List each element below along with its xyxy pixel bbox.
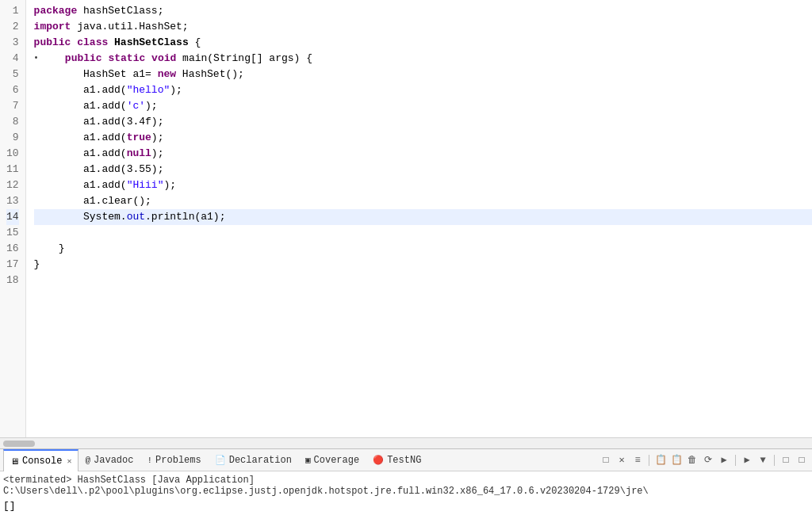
refresh-btn[interactable]: ⟳ [701, 453, 715, 467]
console-terminated-text: <terminated> HashSetClass [Java Applicat… [3, 473, 809, 498]
fullscreen-btn[interactable]: □ [795, 453, 809, 467]
code-line-18 [34, 273, 812, 288]
code-token [108, 35, 114, 51]
code-token: ); [145, 98, 158, 114]
tab-console[interactable]: 🖥Console✕ [3, 449, 79, 471]
console-result-text: [] [3, 498, 809, 513]
line-number-16: 16 [6, 241, 19, 257]
sep1 [649, 455, 649, 466]
code-token: static [108, 51, 145, 67]
sep2 [735, 455, 736, 466]
line-number-18: 18 [6, 273, 19, 288]
copy-btn[interactable]: 📋 [653, 453, 668, 467]
clear-btn[interactable]: 🗑 [685, 453, 699, 467]
coverage-tab-icon: ▣ [305, 455, 311, 465]
code-token: a1.add( [34, 146, 127, 162]
console-tab-label: Console [22, 456, 62, 467]
code-token: "Hiii" [127, 177, 164, 193]
code-token: hashSetClass; [77, 3, 163, 19]
console-output[interactable]: <terminated> HashSetClass [Java Applicat… [0, 471, 812, 515]
testng-tab-icon: 🔴 [373, 455, 384, 465]
horizontal-scrollbar[interactable] [0, 437, 812, 448]
code-token: import [34, 19, 71, 35]
play-btn[interactable]: ▶ [740, 453, 754, 467]
code-token: a1.add( [34, 177, 127, 193]
line-number-1: 1 [6, 3, 19, 19]
code-token: a1.clear(); [34, 193, 151, 209]
code-token: ); [170, 82, 182, 98]
line-number-6: 6 [6, 82, 19, 98]
run-btn[interactable]: ▶ [717, 453, 731, 467]
line-number-17: 17 [6, 257, 19, 273]
code-token: package [34, 3, 78, 19]
dropdown-btn[interactable]: ▼ [756, 453, 770, 467]
breakpoint-marker: • [34, 51, 39, 67]
code-token: a1.add( [34, 98, 127, 114]
code-token: public [34, 35, 71, 51]
code-token: class [77, 35, 108, 51]
tab-coverage[interactable]: ▣Coverage [299, 449, 366, 471]
code-line-4: • public static void main(String[] args)… [34, 51, 812, 67]
code-token: null [127, 146, 151, 162]
line-number-2: 2 [6, 19, 19, 35]
minimize-btn[interactable]: □ [599, 453, 613, 467]
line-number-13: 13 [6, 193, 19, 209]
code-token: } [34, 257, 40, 273]
code-token: java.util.HashSet; [71, 19, 188, 35]
code-token: .println(a1); [145, 209, 225, 225]
testng-tab-label: TestNG [387, 455, 421, 466]
problems-tab-icon: ! [147, 456, 152, 465]
line-number-9: 9 [6, 130, 19, 146]
javadoc-tab-icon: @ [85, 456, 90, 465]
code-line-1: package hashSetClass; [34, 3, 812, 19]
code-line-2: import java.util.HashSet; [34, 19, 812, 35]
tab-javadoc[interactable]: @Javadoc [79, 449, 140, 471]
line-number-11: 11 [6, 162, 19, 177]
coverage-tab-label: Coverage [314, 455, 360, 466]
code-token [145, 51, 151, 67]
sep3 [774, 455, 775, 466]
code-editor: 123456789101112131415161718 package hash… [0, 0, 812, 448]
paste-btn[interactable]: 📋 [669, 453, 684, 467]
code-token: a1.add(3.55); [34, 162, 164, 177]
code-line-14: System.out.println(a1); [34, 209, 812, 225]
code-line-11: a1.add(3.55); [34, 162, 812, 177]
code-line-7: a1.add('c'); [34, 98, 812, 114]
code-area: 123456789101112131415161718 package hash… [0, 0, 812, 437]
code-token: void [151, 51, 176, 67]
code-content[interactable]: package hashSetClass;import java.util.Ha… [26, 0, 812, 437]
code-line-17: } [34, 257, 812, 273]
close-view-btn[interactable]: ✕ [615, 453, 629, 467]
toolbar-buttons: □✕≡📋📋🗑⟳▶▶▼□□ [599, 453, 809, 467]
line-number-8: 8 [6, 114, 19, 130]
tab-testng[interactable]: 🔴TestNG [366, 449, 428, 471]
line-number-7: 7 [6, 98, 19, 114]
code-token: HashSet a1= [34, 67, 158, 82]
code-token: a1.add( [34, 82, 127, 98]
menu-btn[interactable]: ≡ [630, 453, 645, 467]
code-line-16: } [34, 241, 812, 257]
console-tab-close[interactable]: ✕ [67, 456, 71, 466]
code-line-15 [34, 225, 812, 241]
declaration-tab-label: Declaration [229, 455, 292, 466]
line-number-10: 10 [6, 146, 19, 162]
code-line-10: a1.add(null); [34, 146, 812, 162]
line-number-5: 5 [6, 67, 19, 82]
code-token: out [127, 209, 145, 225]
tab-declaration[interactable]: 📄Declaration [209, 449, 299, 471]
code-line-9: a1.add(true); [34, 130, 812, 146]
tab-problems[interactable]: !Problems [140, 449, 208, 471]
console-tab-icon: 🖥 [10, 456, 19, 467]
scrollbar-thumb[interactable] [3, 441, 35, 447]
restore-btn[interactable]: □ [779, 453, 793, 467]
code-token: 'c' [127, 98, 145, 114]
line-number-15: 15 [6, 225, 19, 241]
line-number-12: 12 [6, 177, 19, 193]
code-token: "hello" [127, 82, 170, 98]
tabs-toolbar: 🖥Console✕@Javadoc!Problems📄Declaration▣C… [0, 449, 812, 471]
code-token: } [34, 241, 65, 257]
line-number-14: 14 [6, 209, 19, 225]
code-token: main(String[] args) { [176, 51, 312, 67]
javadoc-tab-label: Javadoc [94, 455, 133, 466]
declaration-tab-icon: 📄 [215, 455, 226, 465]
